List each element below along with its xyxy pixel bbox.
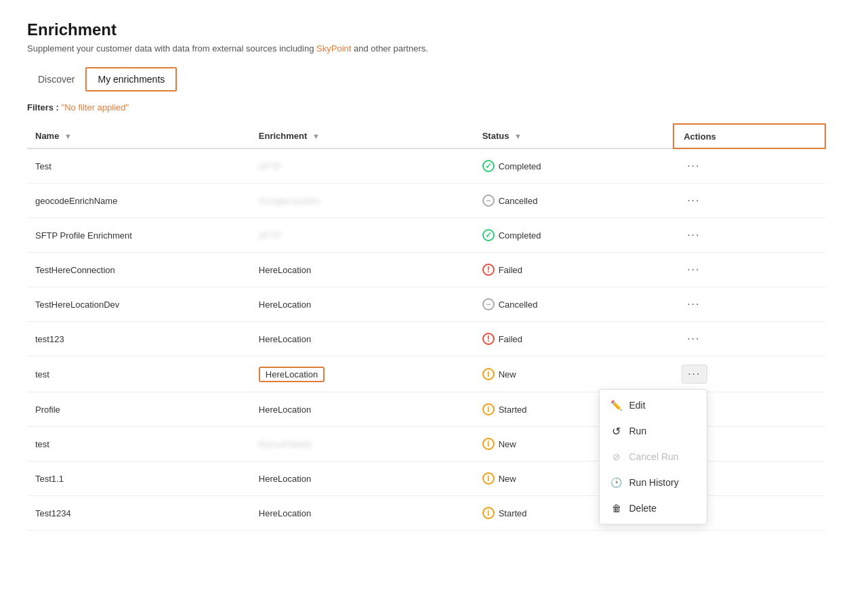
edit-icon: ✏️ <box>610 399 623 411</box>
enrichment-cell: HereLocation <box>251 392 474 427</box>
col-header-enrichment: Enrichment ▼ <box>251 124 474 148</box>
name-cell: test <box>27 427 251 461</box>
status-icon: i <box>482 403 495 415</box>
enrichment-cell: GoogleLocation <box>251 184 474 218</box>
edit-label: Edit <box>629 400 646 411</box>
dropdown-run-history[interactable]: 🕑 Run History <box>600 470 707 495</box>
table-row: test HereLocation i New ··· ✏️ Edit <box>27 356 825 392</box>
name-cell: TestHereConnection <box>27 253 251 287</box>
run-history-label: Run History <box>629 477 679 488</box>
actions-cell-td: ··· <box>673 253 825 287</box>
run-history-icon: 🕑 <box>610 476 623 489</box>
status-filter-icon[interactable]: ▼ <box>514 132 522 140</box>
enrichment-value: HereLocation <box>259 508 311 518</box>
status-cell: − Cancelled <box>474 287 674 322</box>
actions-menu-button[interactable]: ··· <box>682 330 705 348</box>
name-cell: SFTP Profile Enrichment <box>27 218 251 253</box>
status-label: New <box>499 474 516 484</box>
actions-menu-button[interactable]: ··· <box>682 226 705 244</box>
name-cell: test <box>27 356 251 392</box>
status-label: Started <box>499 405 527 415</box>
status-icon: i <box>482 438 495 450</box>
actions-cell: ··· ✏️ Edit ↺ Run ⊘ Cancel Run <box>682 365 707 384</box>
status-cell: ! Failed <box>474 253 674 287</box>
enrichment-value: HereLocation <box>259 265 311 275</box>
tab-my-enrichments[interactable]: My enrichments <box>85 67 177 91</box>
enrichment-cell: SFTP <box>251 218 474 253</box>
status-icon: − <box>482 194 495 207</box>
table-row: test123 HereLocation ! Failed ··· <box>27 322 825 356</box>
name-cell: geocodeEnrichName <box>27 184 251 218</box>
status-label: Completed <box>499 230 541 241</box>
status-cell: ✓ Completed <box>474 148 674 184</box>
status-icon: i <box>482 368 495 380</box>
skypoint-link[interactable]: SkyPoint <box>316 43 351 54</box>
status-label: Cancelled <box>499 196 538 206</box>
page-title: Enrichment <box>27 20 826 39</box>
status-icon: ! <box>482 333 495 345</box>
table-row: TestHereConnection HereLocation ! Failed… <box>27 253 825 287</box>
actions-cell-td: ··· <box>673 184 825 218</box>
status-label: Completed <box>499 161 541 171</box>
enrichments-table: Name ▼ Enrichment ▼ Status ▼ Actions Tes… <box>27 123 826 531</box>
enrichment-value: SFTP <box>259 161 281 171</box>
status-cell: ✓ Completed <box>474 218 674 253</box>
enrichment-cell: BonusFidelite <box>251 427 474 461</box>
table-header-row: Name ▼ Enrichment ▼ Status ▼ Actions <box>27 124 825 148</box>
name-cell: Test <box>27 148 251 184</box>
status-icon: ! <box>482 264 495 276</box>
enrichment-cell: SFTP <box>251 148 474 184</box>
table-row: TestHereLocationDev HereLocation − Cance… <box>27 287 825 322</box>
run-label: Run <box>629 426 647 436</box>
actions-cell-td: ··· <box>673 322 825 356</box>
enrichment-value: HereLocation <box>259 367 325 382</box>
enrichment-cell: HereLocation <box>251 461 474 496</box>
actions-dropdown: ✏️ Edit ↺ Run ⊘ Cancel Run 🕑 <box>599 389 707 525</box>
col-header-name: Name ▼ <box>27 124 251 148</box>
tab-discover[interactable]: Discover <box>27 67 85 91</box>
dropdown-delete[interactable]: 🗑 Delete <box>600 495 707 521</box>
enrichment-cell: HereLocation <box>251 253 474 287</box>
enrichment-value: HereLocation <box>259 405 311 415</box>
name-filter-icon[interactable]: ▼ <box>64 132 72 140</box>
delete-label: Delete <box>629 503 657 514</box>
actions-menu-button[interactable]: ··· <box>682 295 705 313</box>
dropdown-run[interactable]: ↺ Run <box>600 418 707 444</box>
status-label: New <box>499 369 516 379</box>
status-label: New <box>499 439 516 449</box>
status-label: Failed <box>499 334 522 344</box>
table-row: SFTP Profile Enrichment SFTP ✓ Completed… <box>27 218 825 253</box>
enrichment-filter-icon[interactable]: ▼ <box>312 132 320 140</box>
col-header-actions: Actions <box>673 124 825 148</box>
delete-icon: 🗑 <box>610 502 623 514</box>
dropdown-edit[interactable]: ✏️ Edit <box>600 392 707 418</box>
filters-value: "No filter applied" <box>62 102 129 112</box>
run-icon: ↺ <box>610 425 623 437</box>
filters-label: Filters : <box>27 102 59 112</box>
enrichment-value: SFTP <box>259 230 281 241</box>
dropdown-cancel-run[interactable]: ⊘ Cancel Run <box>600 444 707 470</box>
enrichment-cell: HereLocation <box>251 287 474 322</box>
status-icon: i <box>482 507 495 519</box>
filters-bar: Filters : "No filter applied" <box>27 102 826 112</box>
col-header-status: Status ▼ <box>474 124 674 148</box>
actions-menu-button[interactable]: ··· <box>682 157 705 175</box>
enrichment-cell: HereLocation <box>251 322 474 356</box>
actions-cell-td: ··· <box>673 148 825 184</box>
actions-menu-button[interactable]: ··· <box>682 365 707 384</box>
cancel-run-icon: ⊘ <box>610 451 623 463</box>
actions-menu-button[interactable]: ··· <box>682 192 705 209</box>
page-subtitle: Supplement your customer data with data … <box>27 43 826 54</box>
enrichment-value: HereLocation <box>259 474 311 484</box>
actions-cell-td: ··· <box>673 287 825 322</box>
status-icon: i <box>482 472 495 485</box>
enrichment-value: HereLocation <box>259 300 311 310</box>
table-row: Test SFTP ✓ Completed ··· <box>27 148 825 184</box>
status-label: Failed <box>499 265 522 275</box>
actions-menu-button[interactable]: ··· <box>682 261 705 279</box>
name-cell: Test1.1 <box>27 461 251 496</box>
enrichment-cell: HereLocation <box>251 496 474 531</box>
cancel-run-label: Cancel Run <box>629 451 679 462</box>
status-icon: − <box>482 298 495 310</box>
enrichment-cell: HereLocation <box>251 356 474 392</box>
